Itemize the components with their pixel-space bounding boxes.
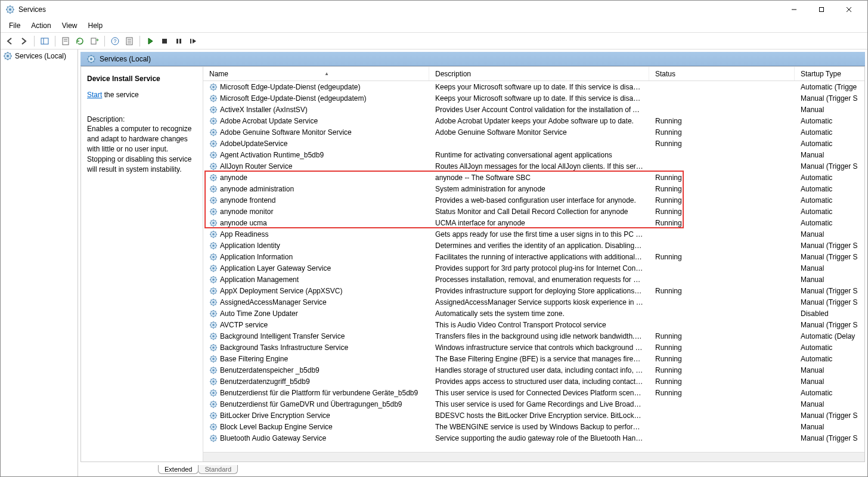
table-row[interactable]: AVCTP serviceThis is Audio Video Control… — [203, 319, 864, 330]
sort-indicator-icon: ▲ — [324, 71, 329, 76]
service-startup-type: Automatic — [795, 174, 864, 182]
table-row[interactable]: Background Intelligent Transfer ServiceT… — [203, 330, 864, 342]
table-row[interactable]: Benutzerdienst für GameDVR und Übertragu… — [203, 398, 864, 410]
table-row[interactable]: anynodeanynode -- The Software SBCRunnin… — [203, 172, 864, 183]
service-name: AVCTP service — [220, 321, 268, 329]
column-header-name[interactable]: Name ▲ — [203, 67, 429, 80]
service-name: Adobe Genuine Software Monitor Service — [220, 128, 352, 137]
column-header-status[interactable]: Status — [649, 67, 795, 80]
service-icon — [209, 117, 218, 125]
service-description: Keeps your Microsoft software up to date… — [429, 94, 649, 103]
service-icon — [209, 94, 218, 103]
service-description: Determines and verifies the identity of … — [429, 241, 649, 250]
service-name: AdobeUpdateService — [220, 140, 287, 148]
table-row[interactable]: Adobe Acrobat Update ServiceAdobe Acroba… — [203, 115, 864, 126]
service-icon — [209, 174, 218, 182]
service-startup-type: Automatic — [795, 140, 864, 148]
title-bar: Services — [1, 1, 867, 18]
start-service-button[interactable] — [144, 35, 157, 48]
service-icon — [209, 140, 218, 148]
menu-bar: File Action View Help — [1, 18, 867, 33]
table-row[interactable]: Application InformationFacilitates the r… — [203, 251, 864, 262]
service-icon — [209, 196, 218, 205]
horizontal-scrollbar[interactable] — [203, 452, 864, 461]
menu-action[interactable]: Action — [26, 20, 55, 31]
service-name: BitLocker Drive Encryption Service — [220, 411, 330, 420]
table-row[interactable]: Microsoft Edge-Update-Dienst (edgeupdate… — [203, 81, 864, 92]
service-description: Facilitates the running of interactive a… — [429, 253, 649, 261]
service-status: Running — [649, 207, 795, 216]
forward-button[interactable] — [17, 35, 30, 48]
menu-view[interactable]: View — [57, 20, 82, 31]
back-button[interactable] — [3, 35, 16, 48]
pause-service-button[interactable] — [172, 35, 185, 48]
service-icon — [209, 83, 218, 91]
service-startup-type: Automatic — [795, 207, 864, 216]
table-row[interactable]: Base Filtering EngineThe Base Filtering … — [203, 353, 864, 364]
tab-standard[interactable]: Standard — [198, 465, 238, 474]
list-body[interactable]: Microsoft Edge-Update-Dienst (edgeupdate… — [203, 81, 864, 452]
table-row[interactable]: anynode frontendProvides a web-based con… — [203, 194, 864, 206]
menu-file[interactable]: File — [4, 20, 25, 31]
table-row[interactable]: Benutzerdatenzugriff_b5db9Provides apps … — [203, 376, 864, 387]
service-startup-type: Automatic (Trigge — [795, 83, 864, 91]
selected-service-title: Device Install Service — [87, 74, 197, 84]
service-startup-type: Manual (Trigger S — [795, 162, 864, 171]
show-hide-tree-button[interactable] — [38, 35, 51, 48]
table-row[interactable]: AdobeUpdateServiceRunningAutomatic — [203, 138, 864, 149]
table-row[interactable]: App ReadinessGets apps ready for use the… — [203, 228, 864, 240]
table-row[interactable]: Benutzerdienst für die Plattform für ver… — [203, 387, 864, 398]
service-icon — [209, 309, 218, 318]
services-icon — [86, 54, 96, 64]
export-button[interactable] — [88, 35, 101, 48]
table-row[interactable]: Benutzerdatenspeicher _b5db9Handles stor… — [203, 364, 864, 376]
table-row[interactable]: AssignedAccessManager ServiceAssignedAcc… — [203, 296, 864, 308]
service-name: Background Intelligent Transfer Service — [220, 332, 345, 340]
table-row[interactable]: Bluetooth Audio Gateway ServiceService s… — [203, 432, 864, 444]
table-row[interactable]: ActiveX Installer (AxInstSV)Provides Use… — [203, 104, 864, 115]
column-header-startup[interactable]: Startup Type — [795, 67, 868, 80]
table-row[interactable]: Auto Time Zone UpdaterAutomatically sets… — [203, 308, 864, 319]
help-button[interactable]: ? — [108, 35, 122, 48]
service-startup-type: Manual (Trigger S — [795, 411, 864, 420]
service-startup-type: Manual — [795, 106, 864, 114]
menu-help[interactable]: Help — [83, 20, 108, 31]
maximize-button[interactable] — [808, 1, 835, 18]
service-status: Running — [649, 343, 795, 352]
refresh-button[interactable] — [73, 35, 86, 48]
table-row[interactable]: AppX Deployment Service (AppXSVC)Provide… — [203, 285, 864, 296]
close-button[interactable] — [835, 1, 863, 18]
table-row[interactable]: Application Layer Gateway ServiceProvide… — [203, 262, 864, 274]
service-icon — [209, 411, 218, 420]
table-row[interactable]: Microsoft Edge-Update-Dienst (edgeupdate… — [203, 92, 864, 104]
restart-service-button[interactable] — [187, 35, 200, 48]
table-row[interactable]: anynode administrationSystem administrat… — [203, 183, 864, 194]
table-row[interactable]: AllJoyn Router ServiceRoutes AllJoyn mes… — [203, 160, 864, 172]
table-row[interactable]: Application IdentityDetermines and verif… — [203, 240, 864, 251]
service-name: anynode ucma — [220, 219, 267, 227]
properties-button[interactable] — [59, 35, 72, 48]
tree-root-services-local[interactable]: Services (Local) — [2, 51, 76, 61]
service-name: Background Tasks Infrastructure Service — [220, 343, 348, 352]
start-service-link[interactable]: Start — [87, 91, 102, 99]
table-row[interactable]: Block Level Backup Engine ServiceThe WBE… — [203, 421, 864, 432]
service-name: anynode administration — [220, 185, 294, 193]
service-description: Adobe Genuine Software Monitor Service — [429, 128, 649, 137]
table-row[interactable]: Agent Activation Runtime_b5db9Runtime fo… — [203, 149, 864, 160]
tab-extended[interactable]: Extended — [158, 465, 199, 474]
table-row[interactable]: anynode monitorStatus Monitor and Call D… — [203, 206, 864, 217]
table-row[interactable]: Application ManagementProcesses installa… — [203, 274, 864, 285]
service-icon — [209, 264, 218, 272]
table-row[interactable]: anynode ucmaUCMA interface for anynodeRu… — [203, 217, 864, 228]
service-startup-type: Automatic — [795, 343, 864, 352]
service-icon — [209, 434, 218, 442]
stop-service-button[interactable] — [158, 35, 171, 48]
service-description: Routes AllJoyn messages for the local Al… — [429, 162, 649, 171]
table-row[interactable]: BitLocker Drive Encryption ServiceBDESVC… — [203, 410, 864, 421]
column-header-description[interactable]: Description — [429, 67, 649, 80]
service-status: Running — [649, 332, 795, 340]
table-row[interactable]: Adobe Genuine Software Monitor ServiceAd… — [203, 126, 864, 138]
minimize-button[interactable] — [780, 1, 808, 18]
table-row[interactable]: Background Tasks Infrastructure ServiceW… — [203, 342, 864, 353]
properties-sheet-button[interactable] — [123, 35, 136, 48]
